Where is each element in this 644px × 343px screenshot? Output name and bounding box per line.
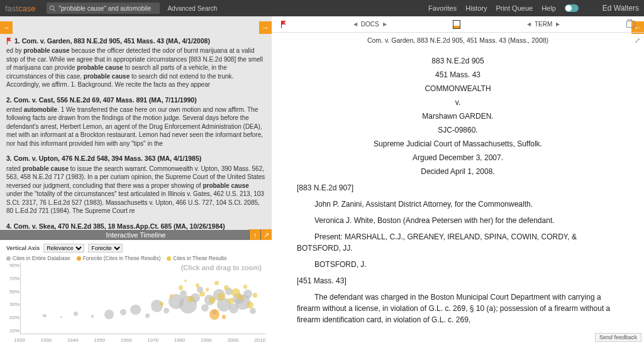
docket: SJC-09860.	[297, 124, 619, 136]
term-pager[interactable]: ◀TERM▶	[527, 21, 560, 28]
chart-bubble[interactable]	[247, 302, 253, 308]
book-icon[interactable]	[453, 20, 460, 29]
result-item[interactable]: 4. Com. v. Skea, 470 N.E.2d 385, 18 Mass…	[6, 222, 265, 230]
court: Supreme Judicial Court of Massachusetts,…	[297, 138, 619, 150]
result-item[interactable]: 3. Com. v. Upton, 476 N.E.2d 548, 394 Ma…	[6, 154, 265, 215]
chart-bubble[interactable]	[43, 314, 47, 318]
timeline-up-button[interactable]: ↑	[249, 229, 260, 241]
chart-bubble[interactable]	[170, 294, 174, 298]
result-snippet: ed by probable cause because the officer…	[6, 46, 265, 89]
panel: Present: MARSHALL, C.J., GREANEY, IRELAN…	[297, 231, 619, 254]
user-name[interactable]: Ed Walters	[602, 4, 639, 13]
document-body[interactable]: 883 N.E.2d 905 451 Mass. 43 COMMONWEALTH…	[272, 48, 644, 343]
chart-bubble[interactable]	[209, 297, 216, 303]
chart-bubble[interactable]	[238, 295, 243, 300]
search-box[interactable]	[47, 3, 160, 14]
result-title[interactable]: 3. Com. v. Upton, 476 N.E.2d 548, 394 Ma…	[6, 154, 265, 163]
chart-bubble[interactable]	[184, 280, 187, 282]
chart-bubble[interactable]	[120, 309, 126, 315]
result-item[interactable]: 1. Com. v. Garden, 883 N.E.2d 905, 451 M…	[6, 36, 265, 89]
decided: Decided April 1, 2008.	[297, 166, 619, 177]
timeline-panel: Vertical Axis Relevance Forecite Cites i…	[0, 240, 272, 343]
chart-legend: Cites in Entire Database Forecite (Cites…	[6, 255, 265, 261]
advanced-search-link[interactable]: Advanced Search	[167, 5, 217, 12]
chart-bubble[interactable]	[187, 296, 194, 302]
search-input[interactable]	[56, 5, 157, 12]
nav-help[interactable]: Help	[541, 4, 556, 12]
expand-icon[interactable]: ⤢	[635, 36, 640, 45]
result-item[interactable]: 2. Com. v. Cast, 556 N.E.2d 69, 407 Mass…	[6, 95, 265, 148]
svg-line-1	[53, 9, 55, 11]
chart-bubble[interactable]	[199, 291, 205, 297]
send-feedback-button[interactable]: Send feedback	[595, 333, 641, 342]
search-icon	[49, 5, 56, 12]
chart-bubble[interactable]	[243, 285, 248, 289]
chart-watermark: (Click and drag to zoom)	[181, 264, 262, 271]
result-title[interactable]: 4. Com. v. Skea, 470 N.E.2d 385, 18 Mass…	[6, 222, 265, 230]
chart-bubble[interactable]	[222, 315, 226, 319]
chart-bubble[interactable]	[60, 316, 62, 318]
chart-bubble[interactable]	[214, 281, 219, 285]
svg-rect-3	[281, 21, 282, 28]
cite-2: 451 Mass. 43	[297, 69, 619, 80]
forecite-select[interactable]: Forecite	[88, 244, 123, 253]
result-snippet: ented automobile. 1 We transferred the c…	[6, 106, 265, 148]
chart-bubble[interactable]	[164, 308, 169, 313]
flag-icon[interactable]	[280, 21, 287, 28]
svg-point-0	[50, 6, 54, 9]
vertical-axis-label: Vertical Axis	[6, 245, 40, 251]
nav-print-queue[interactable]: Print Queue	[496, 4, 533, 12]
document-toolbar: ◀DOCS▶ ◀TERM▶	[272, 16, 644, 33]
folder-icon[interactable]	[626, 21, 635, 28]
case-header: Com. v. Garden, 883 N.E.2d 905, 451 Mass…	[272, 33, 644, 48]
chart-bubble[interactable]	[243, 290, 252, 298]
top-bar: fastcase Advanced Search Favorites Histo…	[0, 0, 644, 16]
chart-bubble[interactable]	[218, 293, 225, 300]
counsel-1: John P. Zanini, Assistant District Attor…	[297, 199, 619, 210]
document-panel: ← ◀DOCS▶ ◀TERM▶ Com. v. Garden, 883 N.E.…	[272, 16, 644, 343]
counsel-2: Veronica J. White, Boston (Andrea Peters…	[297, 215, 619, 226]
author: BOTSFORD, J.	[297, 259, 619, 270]
chart-bubble[interactable]	[91, 315, 94, 317]
chart-bubble[interactable]	[179, 285, 184, 290]
flag-icon	[6, 38, 12, 44]
chart-bubble[interactable]	[224, 285, 229, 290]
case-title: Com. v. Garden, 883 N.E.2d 905, 451 Mass…	[367, 36, 548, 44]
results-panel: → → 1. Com. v. Garden, 883 N.E.2d 905, 4…	[0, 16, 272, 343]
cite-1: 883 N.E.2d 905	[297, 55, 619, 67]
timeline-header: Interactive Timeline ↑ ↗	[0, 230, 272, 240]
results-list[interactable]: 1. Com. v. Garden, 883 N.E.2d 905, 451 M…	[0, 16, 272, 230]
chart-bubble[interactable]	[253, 293, 258, 298]
page-ref-1: [883 N.E.2d 907]	[297, 182, 619, 193]
chart-bubble[interactable]	[201, 304, 209, 312]
svg-rect-2	[7, 38, 8, 45]
nav-history[interactable]: History	[465, 4, 487, 12]
chart-bubble[interactable]	[104, 310, 113, 318]
timeline-chart[interactable]: (Click and drag to zoom) 90%70%50%30%20%…	[20, 263, 265, 334]
opinion-para: The defendant was charged in the Boston …	[297, 291, 619, 325]
theme-toggle[interactable]	[565, 4, 579, 12]
chart-bubble[interactable]	[74, 312, 79, 317]
party-2: Marshawn GARDEN.	[297, 111, 619, 122]
result-title[interactable]: 2. Com. v. Cast, 556 N.E.2d 69, 407 Mass…	[6, 95, 265, 104]
party-1: COMMONWEALTH	[297, 83, 619, 94]
result-snippet: rated probable cause to issue the search…	[6, 165, 265, 215]
docs-pager[interactable]: ◀DOCS▶	[353, 21, 387, 28]
chart-bubble[interactable]	[145, 313, 150, 318]
versus: v.	[297, 97, 619, 108]
chart-bubble[interactable]	[130, 305, 141, 315]
timeline-expand-button[interactable]: ↗	[260, 229, 272, 241]
page-ref-2: [451 Mass. 43]	[297, 275, 619, 286]
chart-bubble[interactable]	[250, 308, 256, 314]
argued: Argued December 3, 2007.	[297, 152, 619, 163]
axis-select[interactable]: Relevance	[43, 244, 84, 253]
chart-bubble[interactable]	[206, 288, 209, 291]
logo[interactable]: fastcase	[5, 4, 35, 13]
result-title[interactable]: 1. Com. v. Garden, 883 N.E.2d 905, 451 M…	[6, 36, 265, 45]
results-forward-button[interactable]: →	[259, 21, 272, 34]
timeline-title: Interactive Timeline	[106, 231, 166, 239]
nav-favorites[interactable]: Favorites	[428, 4, 457, 12]
results-back-button[interactable]: →	[0, 21, 13, 34]
chart-bubble[interactable]	[160, 302, 164, 306]
chart-bubble[interactable]	[209, 309, 220, 320]
